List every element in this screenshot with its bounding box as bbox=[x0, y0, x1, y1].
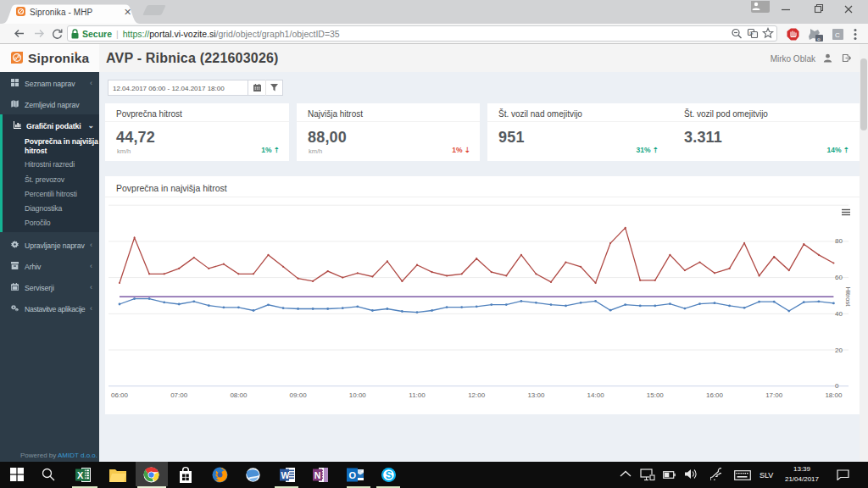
svg-text:Hitrost: Hitrost bbox=[844, 286, 852, 307]
svg-text:13:00: 13:00 bbox=[527, 391, 545, 399]
svg-text:O: O bbox=[349, 470, 357, 480]
svg-text:10:00: 10:00 bbox=[349, 391, 367, 399]
svg-text:08:00: 08:00 bbox=[230, 391, 248, 399]
svg-text:G: G bbox=[749, 30, 753, 36]
svg-text:06:00: 06:00 bbox=[111, 391, 129, 399]
svg-text:17:00: 17:00 bbox=[765, 391, 783, 399]
svg-text:18:00: 18:00 bbox=[825, 391, 843, 399]
svg-text:W: W bbox=[281, 470, 290, 480]
svg-text:09:00: 09:00 bbox=[290, 391, 308, 399]
svg-text:60: 60 bbox=[835, 274, 843, 281]
svg-text:20: 20 bbox=[835, 347, 843, 354]
svg-text:11:00: 11:00 bbox=[409, 391, 426, 399]
svg-text:07:00: 07:00 bbox=[170, 391, 188, 399]
svg-text:15:00: 15:00 bbox=[647, 391, 665, 399]
svg-text:N: N bbox=[314, 470, 321, 480]
svg-text:C: C bbox=[835, 30, 840, 38]
svg-text:12:00: 12:00 bbox=[468, 391, 486, 399]
svg-text:14:00: 14:00 bbox=[587, 391, 605, 399]
svg-text:X: X bbox=[77, 470, 84, 480]
svg-text:0: 0 bbox=[835, 382, 839, 390]
svg-text:16:00: 16:00 bbox=[706, 391, 724, 399]
svg-text:80: 80 bbox=[835, 237, 843, 245]
svg-text:40: 40 bbox=[835, 310, 843, 318]
svg-text:S: S bbox=[386, 469, 392, 481]
